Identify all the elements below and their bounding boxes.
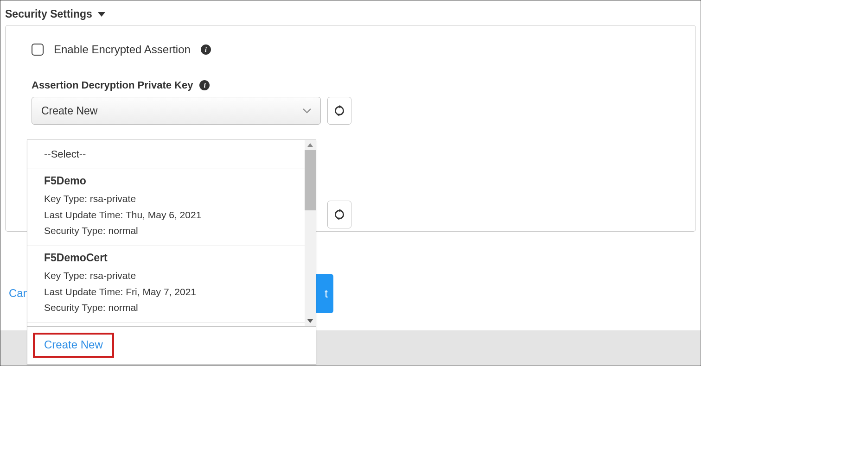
assertion-key-label-text: Assertion Decryption Private Key [32,79,193,91]
section-header[interactable]: Security Settings [0,0,701,22]
enable-encrypted-assertion-row: Enable Encrypted Assertion i [32,43,687,56]
section-title: Security Settings [5,8,92,20]
dropdown-option-title: F5DemoCert [44,252,299,264]
create-new-option[interactable]: Create New [33,333,114,358]
assertion-key-select[interactable]: Create New [32,97,321,125]
dropdown-scroll-area: --Select-- F5Demo Key Type: rsa-private … [27,140,316,326]
assertion-key-label: Assertion Decryption Private Key i [32,79,687,91]
security-settings-container: Security Settings Enable Encrypted Asser… [0,0,701,366]
scroll-down-icon[interactable] [305,316,316,326]
dropdown-option-meta: Key Type: rsa-private Last Update Time: … [44,191,299,239]
scrollbar-thumb[interactable] [305,150,316,210]
refresh-button[interactable] [327,201,351,228]
refresh-icon [333,209,345,221]
info-icon[interactable]: i [201,44,211,55]
assertion-key-dropdown: --Select-- F5Demo Key Type: rsa-private … [27,139,316,365]
dropdown-option[interactable]: F5DemoCert Key Type: rsa-private Last Up… [27,246,316,323]
caret-down-icon [98,12,105,17]
cancel-link[interactable]: Can [9,287,29,300]
dropdown-option-meta: Key Type: rsa-private Last Update Time: … [44,268,299,316]
dropdown-footer: Create New [27,326,316,364]
dropdown-option[interactable]: F5Demo Key Type: rsa-private Last Update… [27,169,316,246]
assertion-key-selected-value: Create New [41,105,97,117]
dropdown-option-placeholder[interactable]: --Select-- [27,140,316,169]
scrollbar[interactable] [305,140,316,326]
assertion-key-select-row: Create New [32,97,687,125]
info-icon[interactable]: i [199,80,210,90]
chevron-down-icon [303,106,311,116]
scroll-up-icon[interactable] [305,140,316,150]
refresh-icon [333,105,345,117]
enable-encrypted-assertion-label: Enable Encrypted Assertion [54,43,191,56]
enable-encrypted-assertion-checkbox[interactable] [32,44,44,56]
refresh-button[interactable] [327,97,351,125]
dropdown-option[interactable] [27,323,316,326]
dropdown-option-title: F5Demo [44,175,299,187]
